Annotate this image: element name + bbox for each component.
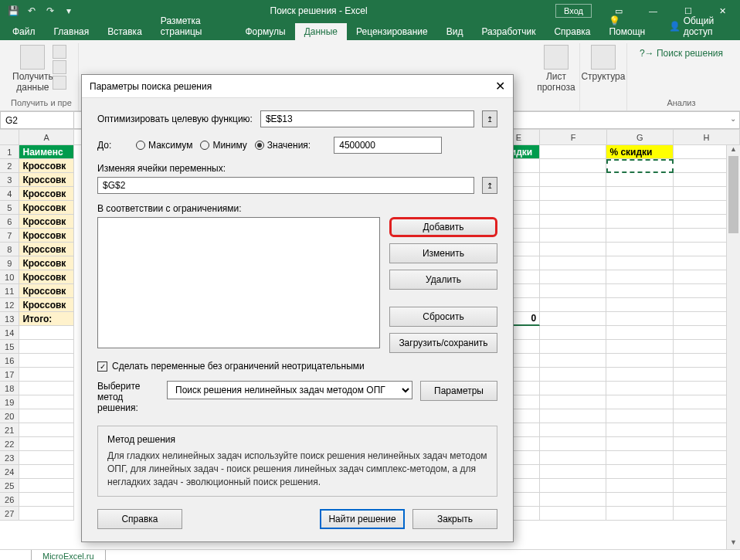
chevron-down-icon[interactable]: ⌄ bbox=[730, 114, 736, 123]
cell[interactable] bbox=[540, 229, 606, 243]
tab-view[interactable]: Вид bbox=[437, 23, 473, 40]
cell[interactable]: Кроссовк bbox=[19, 173, 74, 187]
scrollbar-thumb[interactable] bbox=[728, 156, 738, 233]
add-constraint-button[interactable]: Добавить bbox=[389, 217, 497, 237]
cell[interactable] bbox=[540, 284, 606, 298]
cell[interactable] bbox=[540, 382, 606, 395]
constraints-list[interactable] bbox=[97, 217, 380, 348]
cell[interactable] bbox=[606, 159, 673, 173]
tab-developer[interactable]: Разработчик bbox=[472, 23, 545, 40]
row-header[interactable]: 1 bbox=[0, 145, 19, 159]
cell[interactable] bbox=[540, 493, 606, 507]
close-button[interactable]: Закрыть bbox=[412, 509, 497, 529]
tab-data[interactable]: Данные bbox=[295, 23, 347, 40]
cell[interactable] bbox=[19, 479, 74, 493]
cell[interactable] bbox=[540, 145, 606, 159]
close-icon[interactable]: ✕ bbox=[495, 79, 505, 93]
tab-home[interactable]: Главная bbox=[45, 23, 99, 40]
row-header[interactable]: 20 bbox=[0, 409, 19, 423]
row-header[interactable]: 9 bbox=[0, 256, 19, 270]
cell[interactable] bbox=[19, 354, 74, 368]
cell[interactable] bbox=[540, 465, 606, 479]
cell[interactable] bbox=[540, 368, 606, 382]
redo-icon[interactable]: ↷ bbox=[42, 2, 59, 19]
radio-min[interactable]: Миниму bbox=[200, 140, 246, 151]
cell[interactable]: Итого: bbox=[19, 312, 74, 326]
scroll-up-icon[interactable]: ▲ bbox=[727, 145, 740, 156]
cell[interactable] bbox=[540, 354, 606, 368]
cell[interactable] bbox=[540, 215, 606, 229]
tab-file[interactable]: Файл bbox=[3, 23, 45, 40]
cell[interactable]: Кроссовк bbox=[19, 243, 74, 256]
row-header[interactable]: 3 bbox=[0, 173, 19, 187]
cell[interactable] bbox=[540, 173, 606, 187]
parameters-button[interactable]: Параметры bbox=[420, 381, 497, 401]
method-select[interactable]: Поиск решения нелинейных задач методом О… bbox=[167, 381, 412, 399]
cell[interactable] bbox=[19, 507, 74, 521]
cell[interactable] bbox=[606, 340, 673, 354]
cell[interactable] bbox=[19, 423, 74, 437]
cell[interactable] bbox=[540, 298, 606, 312]
cell[interactable] bbox=[606, 409, 673, 423]
cell[interactable] bbox=[606, 437, 673, 451]
scroll-down-icon[interactable]: ▼ bbox=[727, 538, 740, 549]
cell[interactable] bbox=[606, 451, 673, 465]
sign-in-button[interactable]: Вход bbox=[555, 4, 592, 18]
cell[interactable] bbox=[606, 423, 673, 437]
col-header-a[interactable]: A bbox=[19, 130, 74, 144]
help-button[interactable]: Справка bbox=[97, 509, 182, 529]
row-header[interactable]: 23 bbox=[0, 451, 19, 465]
tab-formulas[interactable]: Формулы bbox=[236, 23, 294, 40]
cell[interactable] bbox=[540, 187, 606, 201]
cell[interactable] bbox=[19, 382, 74, 395]
row-header[interactable]: 21 bbox=[0, 423, 19, 437]
cell[interactable] bbox=[606, 298, 673, 312]
cell[interactable] bbox=[19, 368, 74, 382]
range-picker-icon[interactable]: ↥ bbox=[482, 110, 497, 127]
cell[interactable]: Кроссовк bbox=[19, 270, 74, 284]
variables-input[interactable] bbox=[97, 177, 474, 194]
load-save-button[interactable]: Загрузить/сохранить bbox=[389, 333, 497, 353]
cell[interactable] bbox=[606, 479, 673, 493]
cell[interactable]: Кроссовк bbox=[19, 159, 74, 173]
row-header[interactable]: 22 bbox=[0, 437, 19, 451]
change-constraint-button[interactable]: Изменить bbox=[389, 243, 497, 263]
cell[interactable] bbox=[540, 312, 606, 326]
cell[interactable]: Кроссовк bbox=[19, 256, 74, 270]
cell[interactable]: Кроссовк bbox=[19, 215, 74, 229]
row-header[interactable]: 4 bbox=[0, 187, 19, 201]
row-header[interactable]: 27 bbox=[0, 507, 19, 521]
save-icon[interactable]: 💾 bbox=[5, 2, 22, 19]
col-header-g[interactable]: G bbox=[607, 130, 674, 144]
from-web-icon[interactable] bbox=[53, 60, 66, 74]
cell[interactable] bbox=[606, 284, 673, 298]
target-value-input[interactable] bbox=[334, 137, 442, 154]
cell[interactable] bbox=[606, 187, 673, 201]
row-header[interactable]: 17 bbox=[0, 368, 19, 382]
structure-button[interactable]: Структура bbox=[586, 45, 620, 82]
cell[interactable] bbox=[606, 493, 673, 507]
cell[interactable] bbox=[19, 326, 74, 340]
row-header[interactable]: 16 bbox=[0, 354, 19, 368]
from-text-icon[interactable] bbox=[53, 45, 66, 59]
cell[interactable] bbox=[606, 326, 673, 340]
row-header[interactable]: 13 bbox=[0, 312, 19, 326]
share-button[interactable]: 👤 Общий доступ bbox=[658, 12, 740, 40]
cell[interactable] bbox=[540, 395, 606, 409]
cell[interactable] bbox=[606, 354, 673, 368]
cell[interactable] bbox=[540, 243, 606, 256]
cell[interactable] bbox=[540, 270, 606, 284]
row-header[interactable]: 24 bbox=[0, 465, 19, 479]
qat-customize-icon[interactable]: ▾ bbox=[60, 2, 77, 19]
cell[interactable] bbox=[540, 159, 606, 173]
cell[interactable] bbox=[19, 409, 74, 423]
cell[interactable]: % скидки bbox=[606, 145, 673, 159]
sheet-tab[interactable]: MicroExcel.ru bbox=[31, 550, 106, 560]
cell[interactable] bbox=[606, 256, 673, 270]
row-header[interactable]: 2 bbox=[0, 159, 19, 173]
cell[interactable] bbox=[606, 507, 673, 521]
radio-value[interactable]: Значения: bbox=[255, 140, 311, 151]
row-header[interactable]: 6 bbox=[0, 215, 19, 229]
row-header[interactable]: 8 bbox=[0, 243, 19, 256]
cell[interactable]: Кроссовк bbox=[19, 187, 74, 201]
